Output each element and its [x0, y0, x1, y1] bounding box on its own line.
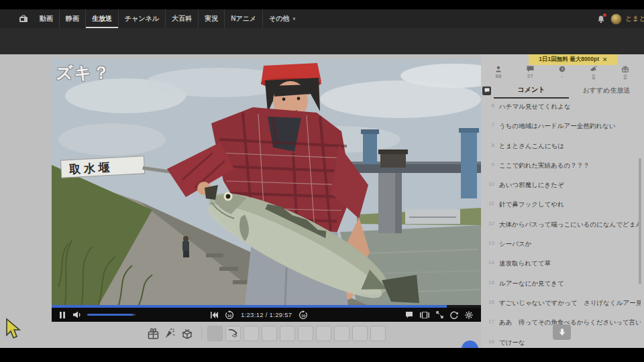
- stat-viewers: 88: [486, 66, 511, 83]
- gift-icon[interactable]: [148, 328, 159, 339]
- video-overlay-caption: ズキ？: [56, 62, 111, 84]
- nav-item-3[interactable]: チャンネル: [118, 9, 165, 28]
- stat-comments: 27: [518, 66, 542, 83]
- comment-row: 11針で鼻フックしてやれ: [481, 196, 641, 215]
- comment-row: 7うちの地域はハードルアー全然釣れない: [481, 117, 641, 137]
- settings-gear-icon[interactable]: [465, 311, 473, 319]
- volume-slider[interactable]: [87, 314, 136, 316]
- comment-row: 9ここで釣れた実績あるの？？？: [481, 157, 641, 176]
- nav-item-0[interactable]: 動画: [34, 9, 59, 28]
- reload-button[interactable]: [450, 311, 458, 319]
- comment-number: 14: [481, 259, 494, 265]
- item-slot[interactable]: [298, 326, 313, 341]
- nicoad-count[interactable]: 0: [592, 73, 595, 79]
- comment-number: 12: [481, 221, 494, 227]
- tab-comments[interactable]: コメント: [494, 82, 569, 99]
- user-name[interactable]: とまとじゅ: [625, 14, 644, 23]
- comment-number: 10: [481, 181, 494, 187]
- top-nav-right: とまとじゅ: [597, 13, 644, 25]
- comment-toggle-button[interactable]: [405, 311, 413, 318]
- stat-timeshift: -: [550, 66, 574, 83]
- down-arrow-icon: [559, 328, 566, 336]
- comment-number: 18: [481, 339, 494, 345]
- comment-list[interactable]: 6ハチマル見せてくれよな7うちの地域はハードルアー全然釣れない8とまとさんこんに…: [481, 98, 641, 348]
- gift-item-bar: [148, 324, 483, 342]
- nicoad-icon: [590, 66, 597, 72]
- video-player[interactable]: 取 水 堰: [52, 59, 481, 322]
- video-frame[interactable]: 取 水 堰: [52, 59, 481, 305]
- promo-text: 1日1回無料 最大8000pt: [539, 56, 599, 64]
- gift-count[interactable]: 0: [624, 73, 627, 79]
- stat-gift: 0: [613, 66, 637, 83]
- party-popper-icon[interactable]: [164, 328, 176, 339]
- pause-button[interactable]: [60, 312, 65, 318]
- item-slot[interactable]: [334, 326, 350, 341]
- collapse-comments-icon[interactable]: [482, 86, 491, 95]
- comment-row: 14速攻取られてて草: [481, 255, 641, 274]
- letterbox-top: [0, 0, 644, 9]
- water-gate-sign-text: 取 水 堰: [68, 161, 110, 176]
- nav-item-4[interactable]: 大百科: [165, 9, 198, 28]
- item-slot[interactable]: [316, 326, 331, 341]
- comment-row: 10あいつ邪魔しにきたぞ: [481, 176, 641, 196]
- viewers-count: 88: [496, 73, 502, 79]
- top-nav: 動画静画生放送チャンネル大百科実況Nアニメその他∨ とまとじゅ: [0, 9, 644, 28]
- comment-text: でけーな: [499, 339, 525, 347]
- comment-number: 17: [481, 318, 494, 324]
- forward-10-button[interactable]: 10: [299, 310, 308, 320]
- time-display: 1:23:12 / 1:29:57: [241, 311, 292, 318]
- comment-scrollbar[interactable]: [639, 158, 641, 284]
- player-controls: 10 1:23:12 / 1:29:57 10: [52, 308, 481, 322]
- tab-recommended-live[interactable]: おすすめ生放送: [569, 83, 644, 98]
- item-slot[interactable]: [280, 326, 295, 341]
- nav-item-2[interactable]: 生放送: [85, 9, 118, 28]
- item-slot[interactable]: [262, 326, 277, 341]
- comments-count: 27: [527, 73, 533, 79]
- comment-text: うちの地域はハードルアー全然釣れない: [499, 122, 615, 131]
- comment-number: 15: [481, 280, 494, 286]
- notification-bell-icon[interactable]: [597, 15, 605, 23]
- video-scene-graphic: 取 水 堰: [52, 59, 481, 305]
- theater-mode-button[interactable]: [420, 312, 429, 318]
- comment-number: 8: [481, 142, 494, 148]
- comment-row: 16すごいじゃないですかって さりげなくルアー見に行こうよ: [481, 294, 641, 314]
- niconico-live-page: { "topnav": { "items": ["動画", "静画", "生放送…: [0, 0, 644, 362]
- stream-stats: 88 27 - 0 0: [486, 66, 637, 83]
- volume-slider-fill: [87, 314, 133, 316]
- comment-row: 6ハチマル見せてくれよな: [481, 98, 641, 117]
- item-slot[interactable]: [207, 326, 223, 341]
- comment-text: あいつ邪魔しにきたぞ: [499, 181, 564, 190]
- scroll-to-bottom-button[interactable]: [553, 324, 571, 340]
- item-slot-fishing-rod[interactable]: [225, 326, 241, 341]
- fullscreen-button[interactable]: [436, 311, 443, 318]
- skip-to-start-button[interactable]: [211, 312, 218, 318]
- gift-box-icon[interactable]: [181, 328, 193, 339]
- volume-button[interactable]: [73, 311, 82, 318]
- promo-close-icon[interactable]: ✕: [602, 56, 608, 63]
- gift-bar-divider: [201, 327, 202, 339]
- comment-number: 13: [481, 240, 494, 246]
- user-avatar[interactable]: [610, 13, 622, 25]
- nav-item-1[interactable]: 静画: [59, 9, 85, 28]
- comment-text: ここで釣れた実績あるの？？？: [499, 162, 590, 170]
- comment-number: 11: [481, 200, 494, 206]
- comment-row: 15ルアーなにか見てきて: [481, 275, 641, 294]
- nav-item-7[interactable]: その他∨: [262, 9, 302, 28]
- comment-number: 7: [481, 122, 494, 128]
- item-slot[interactable]: [370, 326, 386, 341]
- gift-count-icon: [622, 66, 629, 72]
- comment-row: 8とまとさんこんにちは: [481, 137, 641, 157]
- item-slot[interactable]: [244, 326, 259, 341]
- panel-tab-bar: コメント おすすめ生放送: [481, 83, 644, 98]
- promo-badge[interactable]: 1日1回無料 最大8000pt ✕: [529, 54, 618, 65]
- viewers-icon: [495, 66, 502, 72]
- nav-item-6[interactable]: Nアニメ: [224, 9, 262, 28]
- niconico-tv-icon[interactable]: [19, 15, 28, 23]
- comment-row: 13シーバスか: [481, 235, 641, 255]
- comment-text: ハチマル見せてくれよな: [499, 103, 571, 111]
- timeshift-clock-icon: [559, 66, 566, 72]
- rewind-10-button[interactable]: 10: [225, 310, 234, 320]
- nav-item-5[interactable]: 実況: [198, 9, 224, 28]
- item-slot[interactable]: [352, 326, 368, 341]
- mouse-cursor: [4, 318, 23, 341]
